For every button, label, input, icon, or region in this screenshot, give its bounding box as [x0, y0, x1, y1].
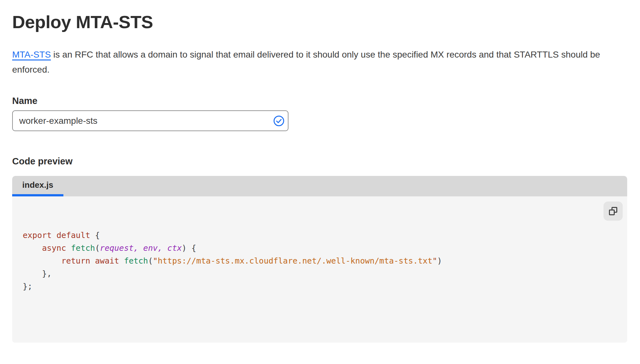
mta-sts-link[interactable]: MTA-STS: [12, 50, 51, 59]
code-line: export default {: [23, 229, 627, 242]
check-circle-icon: [273, 115, 285, 127]
name-input[interactable]: [12, 110, 288, 131]
code-preview-label: Code preview: [12, 156, 627, 167]
description: MTA-STS is an RFC that allows a domain t…: [12, 47, 617, 77]
code-lines: export default { async fetch(request, en…: [23, 229, 627, 293]
copy-icon: [608, 206, 618, 216]
description-text: is an RFC that allows a domain to signal…: [12, 50, 600, 75]
code-line: async fetch(request, env, ctx) {: [23, 242, 627, 255]
copy-button[interactable]: [604, 202, 623, 221]
deploy-mta-sts-page: Deploy MTA-STS MTA-STS is an RFC that al…: [0, 11, 640, 364]
code-body: export default { async fetch(request, en…: [12, 196, 627, 343]
code-line: return await fetch("https://mta-sts.mx.c…: [23, 255, 627, 267]
code-tab-bar: index.js: [12, 176, 627, 196]
tab-index-js[interactable]: index.js: [12, 176, 63, 196]
name-label: Name: [12, 95, 627, 106]
page-title: Deploy MTA-STS: [12, 11, 627, 33]
code-line: },: [23, 267, 627, 280]
code-editor: index.js export default { async fetch(re…: [12, 176, 627, 343]
name-input-wrap: [12, 110, 288, 131]
code-line: };: [23, 280, 627, 293]
